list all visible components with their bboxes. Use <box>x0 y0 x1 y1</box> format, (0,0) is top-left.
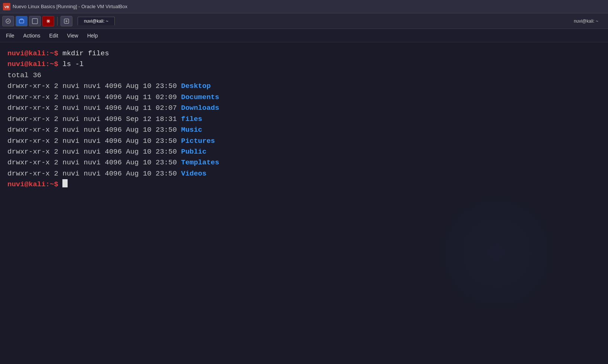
dir-name: files <box>181 114 202 125</box>
tab-label: nuvi@kali: ~ <box>84 19 108 24</box>
menu-help[interactable]: Help <box>87 33 98 39</box>
menu-actions[interactable]: Actions <box>23 33 40 39</box>
tab-bar: nuvi@kali: ~ <box>78 17 115 25</box>
window-title: Nuevo Linux Basics [Running] - Oracle VM… <box>13 4 605 9</box>
dir-meta: drwxr-xr-x 2 nuvi nuvi 4096 Aug 10 23:50 <box>7 168 181 179</box>
menu-file[interactable]: File <box>6 33 14 39</box>
toolbar-btn-2[interactable] <box>16 16 27 26</box>
command-line-2: nuvi@kali:~$ ls -l <box>7 59 601 70</box>
dir-meta: drwxr-xr-x 2 nuvi nuvi 4096 Aug 10 23:50 <box>7 136 181 147</box>
dir-meta: drwxr-xr-x 2 nuvi nuvi 4096 Aug 10 23:50 <box>7 157 181 168</box>
dir-meta: drwxr-xr-x 2 nuvi nuvi 4096 Sep 12 18:31 <box>7 114 181 125</box>
terminal-tab[interactable]: nuvi@kali: ~ <box>78 17 115 25</box>
status-label: nuvi@kali: ~ <box>574 19 598 24</box>
dir-listing-row: drwxr-xr-x 2 nuvi nuvi 4096 Aug 11 02:07… <box>7 103 601 114</box>
title-bar: VB Nuevo Linux Basics [Running] - Oracle… <box>0 0 608 13</box>
prompt-2: nuvi@kali:~$ <box>7 59 58 70</box>
dir-listing-row: drwxr-xr-x 2 nuvi nuvi 4096 Aug 11 02:09… <box>7 92 601 103</box>
dir-listing-row: drwxr-xr-x 2 nuvi nuvi 4096 Sep 12 18:31… <box>7 114 601 125</box>
cmd-text-2: ls -l <box>62 59 84 70</box>
menu-edit[interactable]: Edit <box>49 33 58 39</box>
final-prompt: nuvi@kali:~$ <box>7 179 58 190</box>
status-top-right: nuvi@kali: ~ <box>574 19 606 24</box>
dir-listing-row: drwxr-xr-x 2 nuvi nuvi 4096 Aug 10 23:50… <box>7 147 601 157</box>
command-line-1: nuvi@kali:~$ mkdir files <box>7 48 601 59</box>
dir-meta: drwxr-xr-x 2 nuvi nuvi 4096 Aug 10 23:50 <box>7 147 181 157</box>
cmd-1 <box>58 48 62 59</box>
dir-listing-row: drwxr-xr-x 2 nuvi nuvi 4096 Aug 10 23:50… <box>7 168 601 179</box>
dir-name: Videos <box>181 168 206 179</box>
toolbar: nuvi@kali: ~ nuvi@kali: ~ <box>0 13 608 29</box>
dir-meta: drwxr-xr-x 2 nuvi nuvi 4096 Aug 10 23:50 <box>7 125 181 135</box>
toolbar-btn-1[interactable] <box>2 16 14 26</box>
cmd-2 <box>58 59 62 70</box>
dir-name: Pictures <box>181 136 215 147</box>
menu-bar: File Actions Edit View Help <box>0 29 608 42</box>
total-text: total 36 <box>7 70 41 81</box>
app-icon: VB <box>3 3 10 10</box>
terminal[interactable]: nuvi@kali:~$ mkdir files nuvi@kali:~$ ls… <box>0 42 608 364</box>
dir-name: Desktop <box>181 81 211 92</box>
menu-view[interactable]: View <box>67 33 78 39</box>
dir-name: Public <box>181 147 206 157</box>
cmd-text-1: mkdir files <box>62 48 109 59</box>
final-prompt-line: nuvi@kali:~$ <box>7 179 601 190</box>
dir-meta: drwxr-xr-x 2 nuvi nuvi 4096 Aug 11 02:09 <box>7 92 181 103</box>
prompt-1: nuvi@kali:~$ <box>7 48 58 59</box>
total-line: total 36 <box>7 70 601 81</box>
dir-listing-row: drwxr-xr-x 2 nuvi nuvi 4096 Aug 10 23:50… <box>7 157 601 168</box>
dir-name: Documents <box>181 92 219 103</box>
toolbar-btn-3[interactable] <box>29 16 41 26</box>
dir-listing-row: drwxr-xr-x 2 nuvi nuvi 4096 Aug 10 23:50… <box>7 136 601 147</box>
svg-rect-3 <box>19 20 24 23</box>
dir-name: Downloads <box>181 103 219 114</box>
dir-meta: drwxr-xr-x 2 nuvi nuvi 4096 Aug 11 02:07 <box>7 103 181 114</box>
dir-name: Music <box>181 125 202 135</box>
dir-listing-row: drwxr-xr-x 2 nuvi nuvi 4096 Aug 10 23:50… <box>7 125 601 135</box>
directory-listings: drwxr-xr-x 2 nuvi nuvi 4096 Aug 10 23:50… <box>7 81 601 179</box>
dir-listing-row: drwxr-xr-x 2 nuvi nuvi 4096 Aug 10 23:50… <box>7 81 601 92</box>
dir-name: Templates <box>181 157 219 168</box>
toolbar-separator <box>57 17 58 26</box>
dir-meta: drwxr-xr-x 2 nuvi nuvi 4096 Aug 10 23:50 <box>7 81 181 92</box>
svg-text:VB: VB <box>4 5 9 9</box>
toolbar-btn-4[interactable] <box>42 16 54 26</box>
svg-rect-4 <box>32 19 38 24</box>
toolbar-btn-5[interactable] <box>61 16 72 26</box>
cursor <box>62 179 68 187</box>
